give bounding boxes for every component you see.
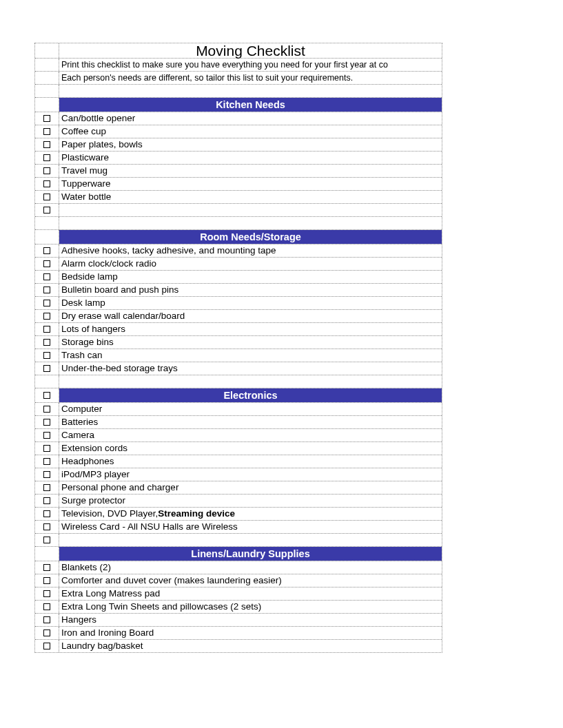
checkbox-icon	[43, 406, 50, 413]
checkbox-cell[interactable]	[35, 138, 59, 151]
checkbox-cell[interactable]	[35, 388, 59, 402]
empty-cell	[59, 217, 442, 229]
checkbox-cell[interactable]	[35, 455, 59, 468]
section-title: Kitchen Needs	[59, 98, 442, 112]
checkbox-icon	[43, 313, 50, 320]
item-text: Comforter and duvet cover (makes launder…	[59, 574, 442, 587]
checkbox-cell[interactable]	[35, 323, 59, 335]
checkbox-cell[interactable]	[35, 442, 59, 455]
list-item: Coffee cup	[35, 125, 442, 138]
checkbox-cell[interactable]	[35, 627, 59, 639]
empty-cell	[35, 217, 59, 229]
checkbox-cell[interactable]	[35, 416, 59, 428]
checkbox-cell[interactable]	[35, 271, 59, 283]
checkbox-cell[interactable]	[35, 561, 59, 574]
checkbox-icon	[43, 590, 50, 597]
checkbox-cell[interactable]	[35, 349, 59, 362]
item-text: Wireless Card - All NSU Halls are Wirele…	[59, 521, 442, 533]
section-header-kitchen: Kitchen Needs	[35, 98, 442, 112]
checkbox-icon	[43, 365, 50, 372]
checkbox-cell[interactable]	[35, 534, 59, 546]
intro-text-1: Print this checklist to make sure you ha…	[59, 59, 442, 71]
checkbox-icon	[43, 616, 50, 623]
checkbox-cell[interactable]	[35, 178, 59, 190]
list-item: Dry erase wall calendar/board	[35, 310, 442, 323]
checkbox-cell[interactable]	[35, 481, 59, 494]
item-text: Television, DVD Player, Streaming device	[59, 508, 442, 520]
list-item: Extra Long Matress pad	[35, 587, 442, 601]
checkbox-cell[interactable]	[35, 310, 59, 322]
checkbox-cell[interactable]	[35, 336, 59, 349]
checkbox-cell[interactable]	[35, 362, 59, 375]
checkbox-icon	[43, 564, 50, 571]
checkbox-cell[interactable]	[35, 152, 59, 164]
checkbox-cell[interactable]	[35, 587, 59, 600]
checkbox-icon	[43, 432, 50, 439]
checkbox-icon	[43, 141, 50, 148]
item-text: Bedside lamp	[59, 271, 442, 283]
list-item: Blankets (2)	[35, 561, 442, 574]
checkbox-cell[interactable]	[35, 601, 59, 613]
item-text: Surge protector	[59, 495, 442, 507]
item-text: Alarm clock/clock radio	[59, 258, 442, 270]
checkbox-cell[interactable]	[35, 429, 59, 441]
list-item: Wireless Card - All NSU Halls are Wirele…	[35, 521, 442, 534]
checkbox-cell[interactable]	[35, 403, 59, 415]
checkbox-cell[interactable]	[35, 468, 59, 481]
list-item: Lots of hangers	[35, 323, 442, 336]
item-text: Plasticware	[59, 152, 442, 164]
checkbox-cell[interactable]	[35, 191, 59, 203]
checkbox-cell[interactable]	[35, 495, 59, 507]
item-text: Computer	[59, 403, 442, 415]
checkbox-cell[interactable]	[35, 258, 59, 270]
item-text: Adhesive hooks, tacky adhesive, and moun…	[59, 245, 442, 257]
list-item: Extension cords	[35, 442, 442, 455]
checkbox-icon	[43, 128, 50, 135]
checkbox-icon	[43, 326, 50, 333]
intro-text-2: Each person's needs are different, so ta…	[59, 72, 442, 84]
item-text: Personal phone and charger	[59, 481, 442, 494]
checkbox-cell[interactable]	[35, 245, 59, 257]
empty-cell	[35, 375, 59, 388]
section-header-room: Room Needs/Storage	[35, 230, 442, 245]
checkbox-cell[interactable]	[35, 614, 59, 626]
list-item: Travel mug	[35, 165, 442, 178]
checkbox-icon	[43, 392, 50, 399]
spacer-row	[35, 85, 442, 98]
list-item: Desk lamp	[35, 297, 442, 310]
checkbox-icon	[43, 445, 50, 452]
list-item	[35, 204, 442, 217]
empty-cell	[35, 85, 59, 97]
item-text: Water bottle	[59, 191, 442, 203]
checkbox-cell[interactable]	[35, 204, 59, 216]
checkbox-icon	[43, 287, 50, 293]
item-prefix: Television, DVD Player,	[61, 508, 158, 519]
checkbox-cell[interactable]	[35, 508, 59, 520]
item-text: Headphones	[59, 455, 442, 468]
item-text: Laundry bag/basket	[59, 640, 442, 652]
list-item	[35, 534, 442, 547]
section-title: Room Needs/Storage	[59, 230, 442, 244]
checkbox-icon	[43, 497, 50, 504]
checkbox-cell[interactable]	[35, 125, 59, 138]
checkbox-cell[interactable]	[35, 297, 59, 309]
checkbox-icon	[43, 537, 50, 543]
list-item: Batteries	[35, 416, 442, 429]
checkbox-icon	[43, 207, 50, 214]
checkbox-cell[interactable]	[35, 112, 59, 125]
checkbox-cell[interactable]	[35, 574, 59, 587]
item-text: Blankets (2)	[59, 561, 442, 574]
checkbox-cell[interactable]	[35, 521, 59, 533]
section-title: Linens/Laundry Supplies	[59, 547, 442, 561]
item-text: Paper plates, bowls	[59, 138, 442, 151]
list-item: Under-the-bed storage trays	[35, 362, 442, 375]
list-item: Trash can	[35, 349, 442, 362]
item-text: Camera	[59, 429, 442, 441]
checkbox-cell[interactable]	[35, 640, 59, 652]
checkbox-icon	[43, 577, 50, 584]
checkbox-cell[interactable]	[35, 165, 59, 177]
empty-cell	[59, 375, 442, 388]
checkbox-cell[interactable]	[35, 284, 59, 296]
list-item: Bedside lamp	[35, 271, 442, 284]
list-item: Extra Long Twin Sheets and pillowcases (…	[35, 601, 442, 614]
